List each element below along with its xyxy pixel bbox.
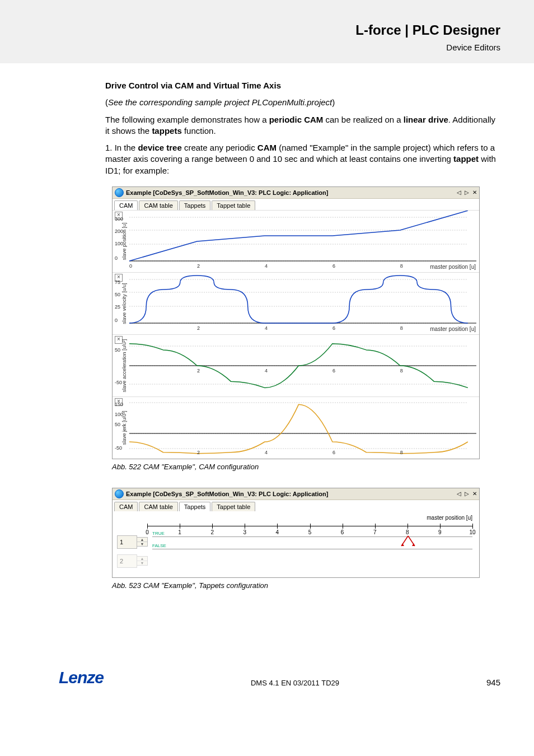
plot-slave-acceleration: × slave acceleration [u/u²] 50 -50 2468 [113, 334, 479, 396]
cam-tab-row: CAM CAM table Tappets Tappet table [113, 199, 479, 210]
svg-text:4: 4 [265, 325, 268, 331]
svg-text:8: 8 [400, 368, 403, 374]
tappet-spinner[interactable]: ▲ ▼ [137, 556, 148, 566]
tappet-id: 1 [117, 535, 137, 549]
tappet-row-1: 1 ▲ ▼ TRUE FALSE [117, 533, 472, 552]
tappets-tab-row: CAM CAM table Tappets Tappet table [113, 500, 479, 511]
sample-project-note: See the corresponding sample project PLC… [108, 97, 332, 107]
svg-text:2: 2 [197, 450, 200, 455]
spinner-down-icon[interactable]: ▼ [137, 561, 147, 565]
spinner-up-icon[interactable]: ▲ [137, 538, 147, 542]
page-number: 945 [486, 678, 500, 687]
plot-slave-position: × slave position [u] 300 200 100 0 maste… [113, 210, 479, 272]
nav-prev-icon[interactable]: ◁ [457, 491, 461, 497]
body-text: Drive Control via CAM and Virtual Time A… [0, 63, 534, 176]
nav-prev-icon[interactable]: ◁ [457, 189, 461, 195]
tappets-editor-icon [115, 489, 124, 498]
spinner-down-icon[interactable]: ▼ [137, 542, 147, 546]
tappets-title: Example [CoDeSys_SP_SoftMotion_Win_V3: P… [126, 491, 457, 497]
page-footer: Lenze DMS 4.1 EN 03/2011 TD29 945 [0, 668, 534, 710]
master-position-ruler: master position [u] 012345678910 [147, 516, 472, 533]
figure-522: Example [CoDeSys_SP_SoftMotion_Win_V3: P… [112, 186, 500, 471]
figure-523-caption: Abb. 523 CAM "Example", Tappets configur… [112, 581, 500, 590]
spinner-up-icon[interactable]: ▲ [137, 557, 147, 561]
cam-editor-titlebar[interactable]: Example [CoDeSys_SP_SoftMotion_Win_V3: P… [113, 187, 479, 199]
section-heading: Drive Control via CAM and Virtual Time A… [105, 81, 281, 90]
tab-tappet-table[interactable]: Tappet table [212, 502, 255, 511]
tappets-titlebar[interactable]: Example [CoDeSys_SP_SoftMotion_Win_V3: P… [113, 488, 479, 500]
svg-text:4: 4 [265, 263, 268, 269]
page-subtitle: Device Editors [0, 43, 500, 52]
svg-text:8: 8 [400, 450, 403, 455]
lenze-logo: Lenze [59, 668, 104, 687]
page-header: L-force | PLC Designer Device Editors [0, 0, 534, 63]
inverting-tappet-marker[interactable] [400, 534, 417, 548]
cam-editor-title: Example [CoDeSys_SP_SoftMotion_Win_V3: P… [126, 189, 457, 196]
plot-slave-jerk: × slave jerk [u/u³] 150 100 50 -50 2468 [113, 396, 479, 459]
close-icon[interactable]: ✕ [472, 189, 477, 195]
tab-tappet-table[interactable]: Tappet table [212, 200, 255, 210]
plot-slave-velocity: × slave velocity [u/u] 75 50 25 0 master… [113, 272, 479, 334]
paragraph-1: The following example demonstrates how a… [105, 114, 500, 137]
svg-text:6: 6 [332, 263, 335, 269]
tab-cam-table[interactable]: CAM table [139, 502, 177, 511]
paragraph-2: 1. In the device tree create any periodi… [105, 142, 500, 176]
svg-text:8: 8 [400, 263, 403, 269]
page-title: L-force | PLC Designer [0, 22, 500, 38]
tappet-spinner[interactable]: ▲ ▼ [137, 537, 148, 547]
cam-editor-icon [115, 188, 124, 197]
tappet-id: 2 [117, 554, 137, 568]
nav-next-icon[interactable]: ▷ [465, 189, 469, 195]
close-icon[interactable]: ✕ [472, 491, 477, 497]
tappets-panel: Example [CoDeSys_SP_SoftMotion_Win_V3: P… [112, 488, 480, 578]
cam-editor-panel: Example [CoDeSys_SP_SoftMotion_Win_V3: P… [112, 186, 480, 459]
figure-523: Example [CoDeSys_SP_SoftMotion_Win_V3: P… [112, 488, 500, 590]
svg-text:6: 6 [332, 450, 335, 455]
plot-stack: × slave position [u] 300 200 100 0 maste… [113, 210, 479, 459]
svg-text:2: 2 [197, 325, 200, 331]
svg-text:2: 2 [197, 263, 200, 269]
svg-text:4: 4 [265, 450, 268, 455]
tab-cam[interactable]: CAM [114, 502, 138, 511]
svg-text:0: 0 [129, 263, 132, 269]
footer-center: DMS 4.1 EN 03/2011 TD29 [251, 679, 339, 687]
tab-tappets[interactable]: Tappets [179, 200, 211, 210]
figure-522-caption: Abb. 522 CAM "Example", CAM configuratio… [112, 463, 500, 471]
tab-cam-table[interactable]: CAM table [139, 200, 177, 210]
tappet-row-2: 2 ▲ ▼ [117, 552, 472, 571]
svg-text:4: 4 [265, 368, 268, 374]
tab-cam[interactable]: CAM [114, 200, 138, 210]
svg-text:6: 6 [332, 325, 335, 331]
svg-text:6: 6 [332, 368, 335, 374]
nav-next-icon[interactable]: ▷ [465, 491, 469, 497]
svg-text:8: 8 [400, 325, 403, 331]
tab-tappets[interactable]: Tappets [179, 502, 211, 511]
svg-text:2: 2 [197, 368, 200, 374]
